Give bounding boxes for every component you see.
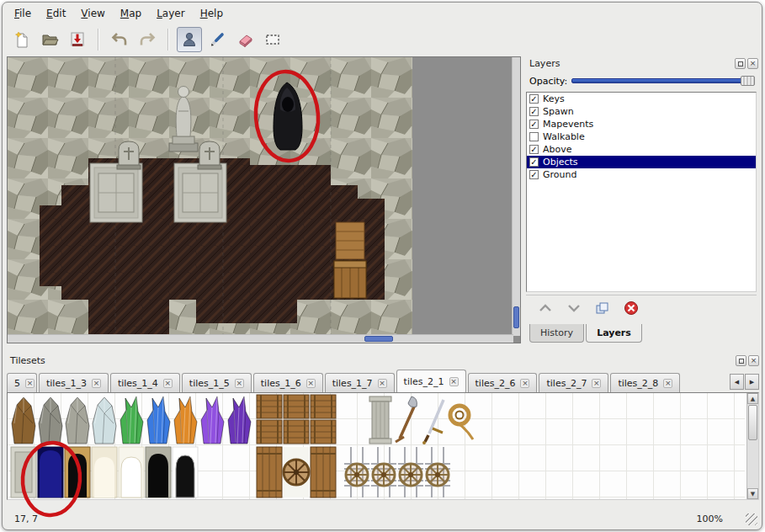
opacity-slider-handle[interactable] <box>741 76 755 86</box>
menu-edit[interactable]: Edit <box>40 5 72 22</box>
tileset-tab[interactable]: tiles_1_5 × <box>182 373 252 392</box>
tile-planks-vertical[interactable] <box>257 447 282 497</box>
tile-planks-vertical[interactable] <box>311 447 336 497</box>
layer-label: Spawn <box>543 106 574 117</box>
tileset-canvas[interactable]: ▲ ▼ <box>7 392 759 500</box>
layer-checkbox[interactable]: ✓ <box>529 94 539 104</box>
layer-checkbox[interactable]: ✓ <box>529 120 539 129</box>
map-horizontal-scroll-thumb[interactable] <box>364 336 393 342</box>
close-tab-icon[interactable]: × <box>92 379 101 388</box>
tile-white-arch[interactable] <box>119 447 144 497</box>
layer-list[interactable]: ✓ Keys ✓ Spawn ✓ Mapevents Walkable ✓ Ab… <box>526 92 757 292</box>
tab-layers[interactable]: Layers <box>586 324 642 343</box>
layer-row-mapevents[interactable]: ✓ Mapevents <box>527 118 756 130</box>
tile-wheel[interactable] <box>284 447 309 497</box>
tile-navy-door-selected[interactable] <box>38 447 63 497</box>
opacity-slider[interactable] <box>571 76 755 86</box>
tileset-tab[interactable]: 5 × <box>7 373 37 392</box>
layer-checkbox[interactable]: ✓ <box>529 145 539 154</box>
brush-tool-button[interactable] <box>205 27 230 52</box>
layer-label: Mapevents <box>543 119 593 130</box>
layer-checkbox[interactable]: ✓ <box>529 107 539 116</box>
scroll-up-icon[interactable]: ▲ <box>747 393 758 404</box>
tileset-tab-label: tiles_2_7 <box>546 378 587 389</box>
layer-checkbox[interactable]: ✓ <box>529 170 539 179</box>
tab-scroll-left-icon[interactable]: ◀ <box>730 374 744 390</box>
duplicate-layer-button[interactable] <box>593 299 612 317</box>
tileset-tab-bar: 5 × tiles_1_3 × tiles_1_4 × tiles_1_5 × … <box>7 369 759 392</box>
layer-row-spawn[interactable]: ✓ Spawn <box>527 105 756 118</box>
layer-checkbox[interactable]: ✓ <box>529 157 539 167</box>
menu-file[interactable]: File <box>8 5 38 22</box>
move-layer-down-button[interactable] <box>565 299 583 317</box>
tileset-tab-label: tiles_1_6 <box>261 378 301 389</box>
layer-checkbox[interactable] <box>529 132 539 141</box>
duplicate-icon <box>595 301 610 315</box>
tileset-tab[interactable]: tiles_1_4 × <box>110 373 180 392</box>
layer-row-walkable[interactable]: Walkable <box>527 130 756 143</box>
tileset-tab-active[interactable]: tiles_2_1 × <box>396 370 466 392</box>
menu-map[interactable]: Map <box>114 5 148 22</box>
tab-scroll-right-icon[interactable]: ▶ <box>745 374 759 390</box>
undo-button[interactable] <box>107 27 132 52</box>
map-horizontal-scrollbar[interactable] <box>8 334 513 343</box>
tile-cream-arch[interactable] <box>92 447 117 497</box>
stamp-tool-button[interactable] <box>177 27 202 52</box>
tilesets-panel: Tilesets × 5 × tiles_1_3 × tiles_1_4 × t… <box>7 354 759 513</box>
resize-grip[interactable] <box>746 513 757 525</box>
layer-row-keys[interactable]: ✓ Keys <box>527 93 756 105</box>
layer-row-ground[interactable]: ✓ Ground <box>527 168 756 181</box>
tileset-tab[interactable]: tiles_1_7 × <box>325 373 395 392</box>
tab-history[interactable]: History <box>529 324 584 343</box>
tilesets-panel-title: Tilesets <box>7 355 734 366</box>
menu-layer[interactable]: Layer <box>150 5 191 22</box>
close-tab-icon[interactable]: × <box>449 377 459 386</box>
opacity-row: Opacity: <box>526 73 757 88</box>
layer-row-objects[interactable]: ✓ Objects <box>527 156 756 168</box>
tile-column[interactable] <box>369 396 391 444</box>
close-tab-icon[interactable]: × <box>306 379 316 388</box>
tileset-tab[interactable]: tiles_2_8 × <box>610 373 680 392</box>
scroll-down-icon[interactable]: ▼ <box>747 488 758 499</box>
layers-panel-tabs: History Layers <box>529 324 758 343</box>
tile-stone-frame[interactable] <box>11 447 36 497</box>
new-file-button[interactable] <box>9 27 35 52</box>
tile-cave-entrance-dark[interactable] <box>146 447 171 497</box>
close-panel-button[interactable]: × <box>748 355 759 366</box>
tile-cave-entrance-outlined[interactable] <box>173 447 198 497</box>
stamp-person-icon <box>180 30 199 49</box>
tile-wooden-door[interactable] <box>65 447 90 497</box>
float-panel-button[interactable] <box>736 355 746 366</box>
layer-label: Walkable <box>543 131 585 142</box>
tileset-tab[interactable]: tiles_2_6 × <box>468 373 538 392</box>
save-button[interactable] <box>65 27 90 52</box>
close-tab-icon[interactable]: × <box>520 379 529 388</box>
tileset-tab[interactable]: tiles_2_7 × <box>539 373 608 392</box>
close-tab-icon[interactable]: × <box>163 379 173 388</box>
map-vertical-scrollbar[interactable] <box>512 57 520 336</box>
close-tab-icon[interactable]: × <box>235 379 244 388</box>
close-tab-icon[interactable]: × <box>663 379 672 388</box>
close-tab-icon[interactable]: × <box>25 379 35 388</box>
float-panel-button[interactable] <box>735 58 746 69</box>
map-canvas[interactable] <box>7 56 521 343</box>
close-panel-button[interactable]: × <box>747 58 758 69</box>
eraser-tool-button[interactable] <box>232 27 258 52</box>
move-layer-up-button[interactable] <box>536 299 555 317</box>
tileset-tab[interactable]: tiles_1_6 × <box>253 373 323 392</box>
selection-tool-button[interactable] <box>260 27 285 52</box>
redo-button[interactable] <box>135 27 160 52</box>
menu-help[interactable]: Help <box>194 5 230 22</box>
selection-rect-icon <box>263 30 282 49</box>
close-tab-icon[interactable]: × <box>378 379 387 388</box>
open-button[interactable] <box>37 27 62 52</box>
delete-layer-button[interactable] <box>622 299 640 317</box>
close-tab-icon[interactable]: × <box>592 379 601 388</box>
tileset-tab[interactable]: tiles_1_3 × <box>39 373 109 392</box>
tileset-scroll-thumb[interactable] <box>748 405 757 440</box>
map-vertical-scroll-thumb[interactable] <box>513 306 519 328</box>
opacity-slider-track[interactable] <box>571 78 753 83</box>
tileset-vertical-scrollbar[interactable]: ▲ ▼ <box>746 393 758 499</box>
layer-row-above[interactable]: ✓ Above <box>527 143 756 156</box>
menu-view[interactable]: View <box>74 5 111 22</box>
